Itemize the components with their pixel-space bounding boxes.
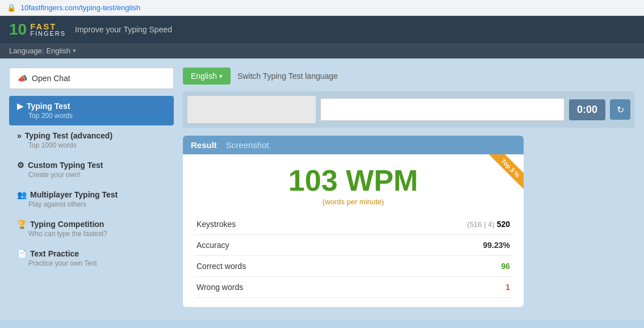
result-body: Top 3 % 103 WPM (words per minute) Keyst…	[183, 154, 524, 307]
sidebar-item-typing-test-advanced[interactable]: » Typing Test (advanced) Top 1000 words	[9, 125, 174, 155]
keystrokes-total: 520	[497, 220, 510, 229]
typing-text-display	[187, 96, 316, 123]
typing-input[interactable]	[320, 98, 564, 121]
sidebar-item-text-practice[interactable]: 📄 Text Practice Practice your own Text	[9, 243, 174, 273]
sidebar-item-subtitle-5: Practice your own Text	[17, 259, 166, 267]
sidebar-item-title-0: ▶ Typing Test	[17, 102, 166, 111]
sidebar: 📣 Open Chat ▶ Typing Test Top 200 words …	[9, 68, 174, 310]
gear-icon: ⚙	[17, 161, 24, 170]
top-nav: 10 FAST FINGERS Improve your Typing Spee…	[0, 16, 644, 43]
switch-language-label: Switch Typing Test language	[237, 72, 338, 81]
right-panel: English ▾ Switch Typing Test language 0:…	[174, 68, 635, 310]
accuracy-label: Accuracy	[194, 235, 363, 256]
refresh-button[interactable]: ↻	[610, 99, 630, 120]
stats-table: Keystrokes (516 | 4) 520 Accuracy 99.23%…	[194, 214, 512, 298]
wpm-display: 103 WPM	[194, 163, 512, 197]
megaphone-icon: 📣	[18, 74, 27, 83]
double-arrow-icon: »	[17, 131, 22, 140]
table-row-correct-words: Correct words 96	[194, 256, 512, 277]
timer-display: 0:00	[569, 99, 605, 120]
logo-fast: FAST	[30, 22, 66, 31]
logo-fingers-text: FINGERS	[30, 31, 66, 37]
language-dropdown-arrow: ▾	[73, 47, 76, 54]
sidebar-item-subtitle-2: Create your own!	[17, 171, 166, 179]
sidebar-item-typing-test[interactable]: ▶ Typing Test Top 200 words	[9, 96, 174, 125]
tagline: Improve your Typing Speed	[75, 25, 172, 34]
play-icon: ▶	[17, 102, 23, 111]
tab-screenshot[interactable]: Screenshot	[226, 140, 269, 150]
table-row-keystrokes: Keystrokes (516 | 4) 520	[194, 214, 512, 235]
sidebar-item-title-1: » Typing Test (advanced)	[17, 131, 166, 140]
sidebar-item-subtitle-3: Play against others	[17, 200, 166, 208]
language-switch-row: English ▾ Switch Typing Test language	[183, 68, 635, 85]
lock-icon: 🔒	[7, 3, 16, 12]
logo-text: FAST FINGERS	[30, 22, 66, 37]
group-icon: 👥	[17, 190, 27, 199]
sidebar-item-custom-typing-test[interactable]: ⚙ Custom Typing Test Create your own!	[9, 155, 174, 184]
refresh-icon: ↻	[617, 104, 624, 115]
sidebar-item-title-3: 👥 Multiplayer Typing Test	[17, 190, 166, 199]
language-bar-value: English	[46, 47, 70, 55]
keystrokes-detail: (516 | 4)	[467, 220, 495, 229]
url-display: 10fastfingers.com/typing-test/english	[20, 3, 140, 12]
language-bar-label: Language:	[9, 47, 44, 55]
logo-k: 10	[9, 22, 27, 37]
result-tabs: Result Screenshot	[183, 136, 524, 154]
correct-words-value: 96	[363, 256, 512, 277]
language-button-label: English	[191, 72, 217, 81]
typing-area: 0:00 ↻	[183, 91, 635, 128]
top-percent-badge: Top 3 %	[488, 154, 524, 190]
accuracy-value: 99.23%	[363, 235, 512, 256]
sidebar-item-subtitle-0: Top 200 words	[17, 112, 166, 120]
table-row-accuracy: Accuracy 99.23%	[194, 235, 512, 256]
open-chat-button[interactable]: 📣 Open Chat	[9, 68, 174, 89]
language-switch-button[interactable]: English ▾	[183, 68, 231, 85]
sidebar-item-title-5: 📄 Text Practice	[17, 249, 166, 258]
badge-ribbon: Top 3 %	[478, 154, 524, 200]
tab-result[interactable]: Result	[191, 140, 217, 150]
wrong-words-value: 1	[363, 277, 512, 298]
table-row-wrong-words: Wrong words 1	[194, 277, 512, 298]
sidebar-item-subtitle-4: Who can type the fastest?	[17, 230, 166, 238]
sidebar-item-subtitle-1: Top 1000 words	[17, 141, 166, 149]
keystrokes-value: (516 | 4) 520	[363, 214, 512, 235]
logo[interactable]: 10 FAST FINGERS	[9, 22, 66, 37]
sidebar-item-multiplayer[interactable]: 👥 Multiplayer Typing Test Play against o…	[9, 184, 174, 214]
main-content: 📣 Open Chat ▶ Typing Test Top 200 words …	[0, 58, 644, 319]
result-panel: Result Screenshot Top 3 % 103 WPM (words…	[183, 136, 524, 307]
correct-words-label: Correct words	[194, 256, 363, 277]
language-button-arrow: ▾	[219, 73, 223, 80]
address-bar: 🔒 10fastfingers.com/typing-test/english	[0, 0, 644, 16]
open-chat-label: Open Chat	[32, 74, 70, 83]
document-icon: 📄	[17, 249, 27, 258]
trophy-icon: 🏆	[17, 220, 27, 229]
sidebar-item-title-4: 🏆 Typing Competition	[17, 220, 166, 229]
wpm-label: (words per minute)	[194, 197, 512, 206]
keystrokes-label: Keystrokes	[194, 214, 363, 235]
wrong-words-label: Wrong words	[194, 277, 363, 298]
sidebar-item-competition[interactable]: 🏆 Typing Competition Who can type the fa…	[9, 214, 174, 243]
sidebar-item-title-2: ⚙ Custom Typing Test	[17, 161, 166, 170]
language-bar[interactable]: Language: English ▾	[0, 43, 644, 58]
